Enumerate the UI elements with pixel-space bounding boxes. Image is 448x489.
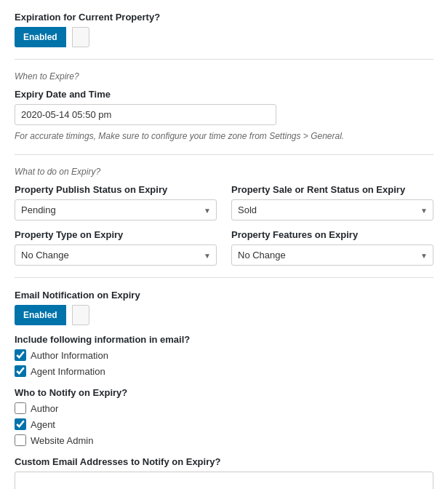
email-notification-label: Email Notification on Expiry: [15, 290, 433, 301]
notify-admin-label: Website Admin: [31, 435, 93, 446]
expiration-title: Expiration for Current Property?: [15, 12, 433, 23]
notify-agent-label: Agent: [31, 419, 55, 430]
custom-email-label: Custom Email Addresses to Notify on Expi…: [15, 456, 433, 467]
expiry-date-hint: For accurate timings, Make sure to confi…: [15, 130, 433, 143]
expiry-date-label: Expiry Date and Time: [15, 89, 433, 100]
email-toggle-box: [72, 305, 89, 325]
notify-author-checkbox[interactable]: [15, 402, 26, 414]
author-info-row: Author Information: [15, 349, 433, 361]
who-to-notify-label: Who to Notify on Expiry?: [15, 387, 433, 398]
features-on-expiry-label: Property Features on Expiry: [231, 229, 433, 240]
type-on-expiry-label: Property Type on Expiry: [15, 229, 217, 240]
include-info-label: Include following information in email?: [15, 334, 433, 345]
sale-rent-select[interactable]: Sold For Sale For Rent No Change: [231, 199, 433, 220]
notify-agent-row: Agent: [15, 418, 433, 430]
type-on-expiry-select[interactable]: No Change Residential Commercial: [15, 244, 217, 266]
agent-info-row: Agent Information: [15, 365, 433, 377]
author-info-label: Author Information: [31, 350, 108, 361]
sale-rent-status-label: Property Sale or Rent Status on Expiry: [231, 184, 433, 195]
when-to-expire-subtitle: When to Expire?: [15, 71, 433, 82]
notify-author-row: Author: [15, 402, 433, 414]
agent-info-label: Agent Information: [31, 366, 105, 377]
notify-agent-checkbox[interactable]: [15, 418, 26, 430]
custom-email-input[interactable]: [15, 472, 433, 489]
email-enabled-button[interactable]: Enabled: [15, 305, 66, 325]
divider-3: [15, 277, 433, 278]
divider-1: [15, 59, 433, 60]
enabled-button[interactable]: Enabled: [15, 27, 66, 47]
sale-rent-wrapper: Sold For Sale For Rent No Change ▼: [231, 199, 433, 220]
notify-admin-row: Website Admin: [15, 434, 433, 446]
features-wrapper: No Change Featured Not Featured ▼: [231, 244, 433, 266]
features-select[interactable]: No Change Featured Not Featured: [231, 244, 433, 266]
notify-admin-checkbox[interactable]: [15, 434, 26, 446]
publish-status-wrapper: Pending Published Draft No Change ▼: [15, 199, 217, 220]
agent-info-checkbox[interactable]: [15, 365, 26, 377]
author-info-checkbox[interactable]: [15, 349, 26, 361]
enabled-toggle-box: [72, 27, 89, 47]
notify-author-label: Author: [31, 403, 58, 414]
expiry-date-input[interactable]: [15, 104, 276, 125]
publish-status-select[interactable]: Pending Published Draft No Change: [15, 199, 217, 220]
publish-status-label: Property Publish Status on Expiry: [15, 184, 217, 195]
what-to-do-subtitle: What to do on Expiry?: [15, 167, 433, 177]
type-on-expiry-wrapper: No Change Residential Commercial ▼: [15, 244, 217, 266]
divider-2: [15, 154, 433, 155]
